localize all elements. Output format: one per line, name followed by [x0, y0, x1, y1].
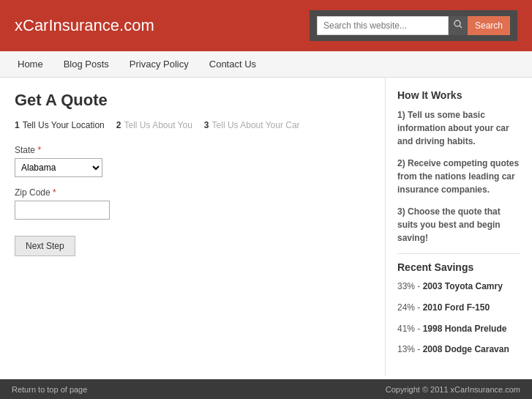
state-select[interactable]: Alabama Alaska Arizona Arkansas Californ…: [15, 158, 102, 177]
how-it-works-step3: 3) Choose the quote that suits you best …: [397, 205, 520, 245]
nav-home[interactable]: Home: [7, 51, 53, 77]
footer-copyright: Copyright © 2011 xCarInsurance.com: [386, 385, 520, 394]
search-input[interactable]: [317, 16, 449, 35]
zip-group: Zip Code *: [15, 187, 370, 220]
right-sidebar: How It Works 1) Tell us some basic infor…: [386, 78, 532, 376]
step-3: 3 Tell Us About Your Car: [204, 120, 300, 130]
quote-form: State * Alabama Alaska Arizona Arkansas …: [15, 145, 370, 256]
step-2-label: Tell Us About You: [124, 120, 192, 130]
savings-list: 33% - 2003 Toyota Camry 24% - 2010 Ford …: [397, 280, 520, 356]
steps-indicator: 1 Tell Us Your Location 2 Tell Us About …: [15, 120, 370, 130]
svg-point-0: [454, 20, 460, 26]
search-icon: [454, 20, 462, 29]
left-content: Get A Quote 1 Tell Us Your Location 2 Te…: [0, 78, 386, 376]
zip-input[interactable]: [15, 201, 110, 220]
nav-privacy-policy[interactable]: Privacy Policy: [119, 51, 199, 77]
next-step-button[interactable]: Next Step: [15, 236, 75, 256]
search-icon-button[interactable]: [449, 16, 468, 35]
search-button[interactable]: Search: [468, 16, 510, 35]
step-1: 1 Tell Us Your Location: [15, 120, 105, 130]
step-1-num: 1: [15, 120, 20, 130]
svg-line-1: [460, 26, 462, 28]
step-1-label: Tell Us Your Location: [23, 120, 105, 130]
nav-contact-us[interactable]: Contact Us: [199, 51, 266, 77]
main-layout: Get A Quote 1 Tell Us Your Location 2 Te…: [0, 78, 532, 376]
site-header: xCarInsurance.com Search: [0, 0, 532, 51]
how-it-works-step2: 2) Receive competing quotes from the nat…: [397, 157, 520, 196]
site-footer: Return to top of page Copyright © 2011 x…: [0, 379, 532, 399]
main-nav: Home Blog Posts Privacy Policy Contact U…: [0, 51, 532, 78]
zip-required: *: [53, 187, 56, 198]
search-area: Search: [310, 10, 517, 41]
state-group: State * Alabama Alaska Arizona Arkansas …: [15, 145, 370, 177]
sidebar-divider: [397, 253, 520, 254]
how-it-works-step1: 1) Tell us some basic information about …: [397, 108, 520, 148]
step-3-num: 3: [204, 120, 209, 130]
nav-blog-posts[interactable]: Blog Posts: [53, 51, 119, 77]
savings-item-3: 13% - 2008 Dodge Caravan: [397, 343, 520, 356]
site-title: xCarInsurance.com: [15, 16, 154, 35]
how-it-works-title: How It Works: [397, 89, 520, 101]
savings-item-0: 33% - 2003 Toyota Camry: [397, 280, 520, 293]
state-required: *: [37, 145, 41, 155]
step-2: 2 Tell Us About You: [116, 120, 192, 130]
page-title: Get A Quote: [15, 91, 370, 110]
savings-item-1: 24% - 2010 Ford F-150: [397, 302, 520, 314]
step-3-label: Tell Us About Your Car: [212, 120, 300, 130]
step-2-num: 2: [116, 120, 121, 130]
state-label: State *: [15, 145, 370, 155]
zip-label: Zip Code *: [15, 187, 370, 198]
recent-savings-title: Recent Savings: [397, 261, 520, 273]
savings-item-2: 41% - 1998 Honda Prelude: [397, 323, 520, 335]
footer-return-top[interactable]: Return to top of page: [12, 385, 87, 394]
